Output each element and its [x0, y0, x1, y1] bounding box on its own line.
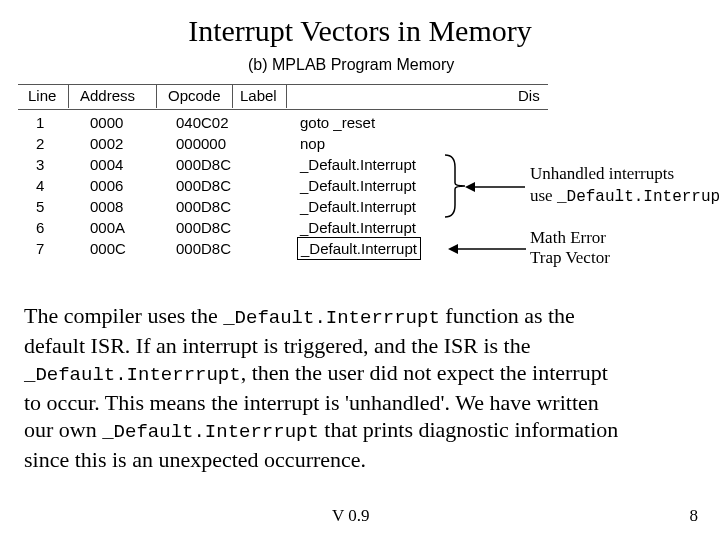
cell-op: 000D8C	[176, 217, 231, 238]
figure-caption: (b) MPLAB Program Memory	[248, 56, 454, 74]
cell-line: 7	[36, 238, 44, 259]
annotation-unhandled-2: use _Default.Interrupt	[530, 186, 720, 206]
cell-dis: nop	[300, 133, 325, 154]
para-code: _Default.Interrrupt	[24, 364, 241, 386]
col-opcode: Opcode	[168, 87, 221, 104]
cell-addr: 0000	[90, 112, 123, 133]
body-paragraph: The compiler uses the _Default.Interrrup…	[24, 302, 624, 473]
para-text: The compiler uses the	[24, 303, 223, 328]
svg-marker-3	[448, 244, 458, 254]
program-memory-figure: (b) MPLAB Program Memory Line Address Op…	[18, 56, 702, 276]
cell-addr: 0008	[90, 196, 123, 217]
cell-op: 000D8C	[176, 238, 231, 259]
annotation-code: _Default.Interrupt	[557, 188, 720, 206]
cell-dis: goto _reset	[300, 112, 375, 133]
col-address: Address	[80, 87, 135, 104]
cell-op: 000D8C	[176, 196, 231, 217]
cell-line: 2	[36, 133, 44, 154]
annotation-matherror-1: Math Error	[530, 228, 606, 248]
brace-icon	[443, 153, 467, 219]
cell-op: 000000	[176, 133, 226, 154]
cell-op: 000D8C	[176, 154, 231, 175]
cell-op: 040C02	[176, 112, 229, 133]
annotation-text: use	[530, 186, 557, 205]
cell-line: 1	[36, 112, 44, 133]
cell-line: 5	[36, 196, 44, 217]
cell-addr: 0002	[90, 133, 123, 154]
cell-dis: _Default.Interrupt	[300, 217, 416, 238]
col-line: Line	[28, 87, 56, 104]
cell-addr: 0006	[90, 175, 123, 196]
para-code: _Default.Interrrupt	[102, 421, 319, 443]
arrow-left-icon	[465, 179, 525, 195]
cell-line: 4	[36, 175, 44, 196]
footer-version: V 0.9	[332, 506, 369, 526]
cell-dis: _Default.Interrupt	[300, 196, 416, 217]
footer-page-number: 8	[690, 506, 699, 526]
table-headers: Line Address Opcode Label Dis	[18, 84, 548, 110]
cell-dis: _Default.Interrupt	[300, 154, 416, 175]
col-label: Label	[240, 87, 277, 104]
annotation-matherror-2: Trap Vector	[530, 248, 610, 268]
page-title: Interrupt Vectors in Memory	[0, 14, 720, 48]
cell-line: 3	[36, 154, 44, 175]
para-code: _Default.Interrrupt	[223, 307, 440, 329]
cell-dis: _Default.Interrupt	[300, 175, 416, 196]
arrow-left-icon	[448, 241, 526, 257]
svg-marker-1	[465, 182, 475, 192]
cell-op: 000D8C	[176, 175, 231, 196]
cell-addr: 000C	[90, 238, 126, 259]
cell-addr: 0004	[90, 154, 123, 175]
col-dis: Dis	[518, 87, 540, 104]
cell-dis: _Default.Interrupt	[297, 237, 421, 260]
cell-addr: 000A	[90, 217, 125, 238]
annotation-unhandled-1: Unhandled interrupts	[530, 164, 674, 184]
cell-line: 6	[36, 217, 44, 238]
